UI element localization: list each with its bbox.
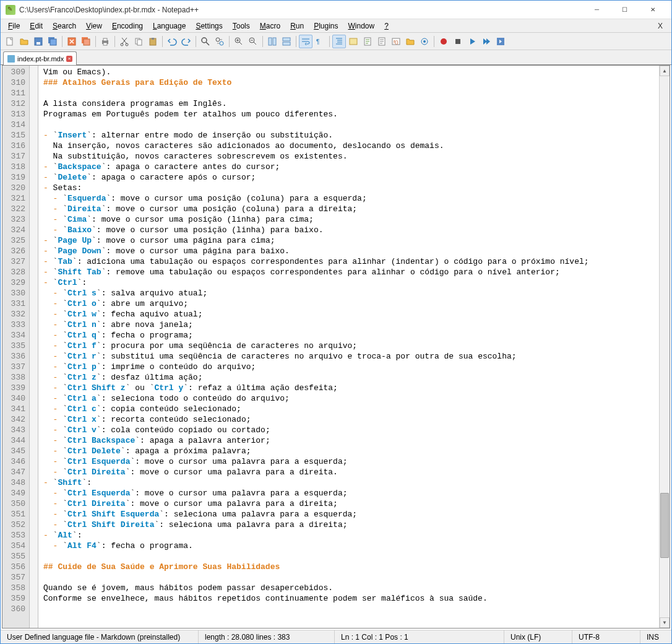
code-line[interactable]: - `Ctrl Shift z` ou `Ctrl y`: refaz a úl… [43, 383, 654, 393]
menu-view[interactable]: View [81, 20, 107, 32]
menu-tools[interactable]: Tools [228, 20, 255, 32]
menu-search[interactable]: Search [48, 20, 81, 32]
menu-plugins[interactable]: Plugins [309, 20, 343, 32]
menu-file[interactable]: File [3, 20, 25, 32]
code-line[interactable]: - `Ctrl s`: salva arquivo atual; [43, 288, 654, 298]
wordwrap-icon[interactable] [299, 35, 312, 48]
menu-language[interactable]: Language [148, 20, 191, 32]
func-list-icon[interactable]: f() [389, 35, 403, 48]
code-line[interactable]: - `Alt`: [43, 530, 654, 541]
code-line[interactable]: - `Ctrl x`: recorta conteúdo selecionado… [43, 414, 654, 425]
code-line[interactable]: - `Page Down`: move o cursor uma página … [43, 246, 654, 256]
menu-edit[interactable]: Edit [25, 20, 48, 32]
code-line[interactable]: - `Ctrl z`: desfaz última ação; [43, 372, 654, 383]
close-button[interactable]: ✕ [639, 1, 666, 19]
code-line[interactable]: - `Ctrl Esquerda`: move o cursor uma pal… [43, 488, 654, 498]
code-line[interactable]: - `Ctrl f`: procura por uma seqüência de… [43, 341, 654, 351]
tab-file[interactable]: index.pt-br.mdx × [3, 51, 77, 65]
indent-guide-icon[interactable] [332, 35, 346, 48]
code-line[interactable]: Quando se é jovem, maus hábitos podem pa… [43, 583, 654, 593]
code-line[interactable]: - `Ctrl a`: seleciona todo o conteúdo do… [43, 393, 654, 404]
code-line[interactable]: A lista considera programas em Inglês. [43, 98, 654, 109]
code-line[interactable]: - Setas: [43, 183, 654, 193]
tab-close-icon[interactable]: × [66, 56, 72, 62]
sync-v-icon[interactable] [265, 35, 279, 48]
udl-icon[interactable] [347, 35, 360, 48]
code-line[interactable]: - `Alt F4`: fecha o programa. [43, 541, 654, 551]
code-line[interactable]: ### Atalhos Gerais para Edição de Texto [43, 77, 654, 88]
save-all-icon[interactable] [46, 35, 59, 48]
code-line[interactable]: - `Ctrl Shift Direita`: seleciona uma pa… [43, 520, 654, 530]
record-icon[interactable] [437, 35, 450, 48]
minimize-button[interactable]: ─ [583, 1, 611, 19]
status-language[interactable]: User Defined language file - Markdown (p… [1, 630, 199, 643]
save-icon[interactable] [32, 35, 45, 48]
status-encoding[interactable]: UTF-8 [572, 630, 640, 643]
code-line[interactable]: Programas em Português podem ter atalhos… [43, 109, 654, 120]
status-mode[interactable]: INS [640, 630, 671, 643]
code-line[interactable]: - `Ctrl o`: abre um arquivo; [43, 298, 654, 309]
code-line[interactable]: - `Backspace`: apaga o caractere antes d… [43, 162, 654, 172]
cut-icon[interactable] [118, 35, 131, 48]
scroll-up-icon[interactable]: ▲ [660, 66, 670, 76]
replace-icon[interactable] [213, 35, 226, 48]
play-icon[interactable] [465, 35, 479, 48]
folder-icon[interactable] [403, 35, 417, 48]
close-all-icon[interactable] [79, 35, 93, 48]
playmulti-icon[interactable] [480, 35, 493, 48]
code-line[interactable]: - `Ctrl Esquerda`: move o cursor uma pal… [43, 456, 654, 467]
code-line[interactable]: - `Tab`: adiciona uma tabulação ou espaç… [43, 256, 654, 267]
scrollbar-thumb[interactable] [660, 493, 669, 558]
code-line[interactable]: - `Ctrl Backspace`: apaga a palavra ante… [43, 435, 654, 446]
code-line[interactable]: - `Shift Tab`: remove uma tabulação ou e… [43, 267, 654, 277]
code-line[interactable]: - `Delete`: apaga o caractere após o cur… [43, 172, 654, 183]
undo-icon[interactable] [165, 35, 179, 48]
paste-icon[interactable] [146, 35, 160, 48]
redo-icon[interactable] [179, 35, 193, 48]
doc-map-icon[interactable] [361, 35, 374, 48]
code-line[interactable]: Na substituição, novos caracteres sobres… [43, 151, 654, 162]
code-line[interactable]: ## Cuide de Sua Saúde e Aprimore Suas Ha… [43, 562, 654, 572]
maximize-button[interactable]: ☐ [611, 1, 639, 19]
code-line[interactable]: - `Ctrl q`: fecha o programa; [43, 330, 654, 341]
zoom-out-icon[interactable] [246, 35, 260, 48]
code-line[interactable]: Conforme se envelhece, maus hábitos repe… [43, 593, 654, 604]
menu-window[interactable]: Window [343, 20, 380, 32]
menu-macro[interactable]: Macro [255, 20, 285, 32]
menu-close-x[interactable]: X [652, 22, 669, 30]
code-line[interactable]: - `Page Up`: move o cursor uma página pa… [43, 235, 654, 246]
scroll-down-icon[interactable]: ▼ [660, 617, 670, 628]
code-line[interactable]: - `Direita`: move o cursor uma posição (… [43, 204, 654, 214]
monitor-icon[interactable] [418, 35, 431, 48]
code-line[interactable]: - `Baixo`: move o cursor uma posição (li… [43, 225, 654, 235]
copy-icon[interactable] [132, 35, 145, 48]
all-chars-icon[interactable]: ¶ [313, 35, 327, 48]
new-file-icon[interactable] [3, 35, 17, 48]
code-line[interactable] [43, 120, 654, 130]
menu-[interactable]: ? [379, 20, 394, 32]
code-view[interactable]: Vim ou Emacs).### Atalhos Gerais para Ed… [38, 66, 659, 628]
code-line[interactable]: - `Ctrl Shift Esquerda`: seleciona uma p… [43, 509, 654, 520]
close-file-icon[interactable] [65, 35, 79, 48]
scrollbar-track[interactable] [660, 76, 670, 617]
vertical-scrollbar[interactable]: ▲ ▼ [659, 66, 670, 628]
code-line[interactable]: - `Ctrl w`: fecha aquivo atual; [43, 309, 654, 320]
open-file-icon[interactable] [17, 35, 31, 48]
code-line[interactable]: - `Ctrl v`: cola conteúdo copiado ou cor… [43, 425, 654, 435]
status-eol[interactable]: Unix (LF) [504, 630, 572, 643]
code-line[interactable] [43, 572, 654, 583]
code-line[interactable]: - `Ctrl n`: abre nova janela; [43, 320, 654, 330]
menu-run[interactable]: Run [285, 20, 309, 32]
find-icon[interactable] [199, 35, 212, 48]
fold-gutter[interactable] [30, 66, 38, 628]
code-line[interactable]: Na inserção, novos caracteres são adicio… [43, 141, 654, 151]
code-line[interactable]: - `Ctrl Direita`: move o cursor uma pala… [43, 498, 654, 509]
code-line[interactable]: Vim ou Emacs). [43, 67, 654, 77]
code-line[interactable] [43, 88, 654, 98]
code-line[interactable] [43, 604, 654, 614]
titlebar[interactable]: C:\Users\Franco\Desktop\index.pt-br.mdx … [1, 1, 671, 19]
code-line[interactable]: - `Ctrl Direita`: move o cursor uma pala… [43, 467, 654, 477]
code-line[interactable]: - `Esquerda`: move o cursor uma posição … [43, 193, 654, 204]
print-icon[interactable] [98, 35, 112, 48]
doc-list-icon[interactable] [375, 35, 389, 48]
